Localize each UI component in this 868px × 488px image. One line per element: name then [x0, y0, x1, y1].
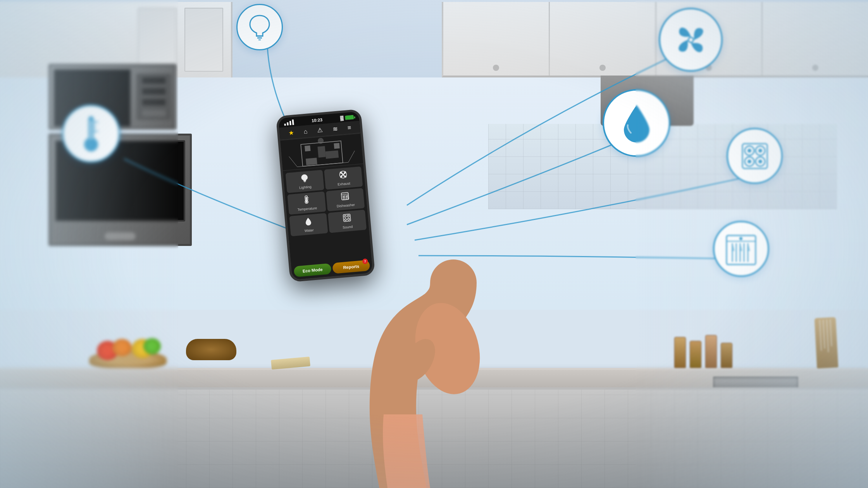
upper-cabinet-right — [442, 2, 868, 77]
svg-point-10 — [689, 38, 693, 42]
svg-rect-39 — [334, 143, 339, 149]
dishwasher-label: Dishwasher — [337, 203, 355, 208]
lighting-label: Lighting — [299, 185, 312, 190]
water-tile[interactable]: Water — [289, 213, 328, 236]
home-icon[interactable]: ⌂ — [303, 128, 308, 135]
menu-icon[interactable]: ≡ — [347, 124, 351, 131]
svg-point-59 — [347, 215, 349, 217]
lighting-tile[interactable]: Lighting — [286, 170, 324, 193]
svg-rect-35 — [306, 158, 317, 165]
knife-block — [815, 317, 839, 369]
svg-point-1 — [84, 137, 98, 151]
fan-floating-icon — [659, 8, 723, 72]
svg-point-15 — [758, 149, 762, 153]
fruit-bowl-area — [89, 337, 167, 368]
svg-point-58 — [344, 215, 346, 217]
water-drop-floating-icon — [603, 89, 670, 157]
stove-floating-icon — [727, 128, 783, 184]
sound-label: Sound — [343, 225, 353, 230]
exhaust-label: Exhaust — [338, 181, 350, 187]
battery-icon — [345, 115, 354, 120]
dishwasher-icon — [340, 192, 350, 203]
temperature-icon — [303, 195, 310, 206]
svg-point-27 — [739, 237, 742, 240]
exhaust-icon — [339, 170, 348, 181]
exhaust-tile[interactable]: Exhaust — [324, 167, 363, 190]
sink — [713, 376, 798, 388]
svg-rect-38 — [305, 146, 310, 151]
sound-tile[interactable]: Sound — [328, 210, 367, 233]
reports-badge: 7 — [362, 258, 368, 264]
phone: 10:23 ▓ ★ ⌂ ⚠ ≋ ≡ — [276, 109, 375, 282]
svg-point-60 — [344, 218, 346, 220]
water-label: Water — [304, 228, 314, 233]
temperature-tile[interactable]: Temperature — [287, 191, 326, 215]
counter-items-right — [674, 335, 732, 368]
wifi-nav-icon[interactable]: ≋ — [332, 125, 338, 133]
floor — [0, 387, 868, 488]
dishwasher-floating-icon — [713, 221, 769, 277]
svg-line-56 — [348, 195, 348, 199]
alert-icon[interactable]: ⚠ — [317, 126, 323, 134]
eco-mode-button[interactable]: Eco Mode — [294, 263, 332, 277]
svg-point-13 — [747, 149, 751, 153]
star-icon[interactable]: ★ — [288, 129, 294, 137]
status-right: ▓ — [340, 114, 354, 121]
signal-indicator — [284, 119, 294, 125]
svg-point-17 — [747, 160, 751, 163]
reports-button[interactable]: Reports 7 — [332, 260, 370, 274]
svg-line-52 — [341, 194, 348, 195]
bread-basket — [186, 339, 236, 360]
reports-label: Reports — [343, 264, 359, 270]
svg-rect-47 — [306, 197, 307, 201]
thermometer-floating-icon — [62, 105, 120, 163]
temperature-label: Temperature — [297, 206, 317, 212]
svg-rect-5 — [90, 120, 92, 139]
wifi-icon: ▓ — [340, 115, 344, 121]
time-display: 10:23 — [312, 117, 323, 123]
svg-rect-36 — [326, 150, 339, 159]
dishwasher-tile[interactable]: Dishwasher — [326, 188, 365, 211]
svg-line-41 — [304, 181, 306, 181]
sound-icon — [342, 213, 351, 224]
svg-line-54 — [344, 195, 345, 200]
lightbulb-floating-icon — [236, 4, 283, 50]
svg-point-61 — [348, 218, 350, 220]
lighting-icon — [300, 174, 309, 185]
svg-rect-37 — [317, 146, 326, 158]
water-icon — [305, 217, 312, 227]
app-grid: Lighting — [283, 164, 371, 264]
svg-rect-57 — [343, 214, 351, 222]
svg-point-19 — [758, 160, 762, 163]
